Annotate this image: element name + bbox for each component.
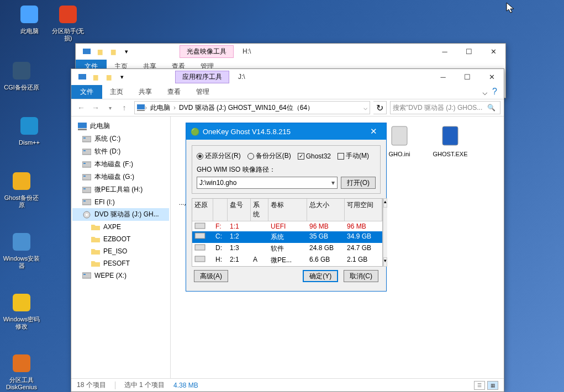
disk-icon bbox=[82, 173, 91, 182]
tree-node[interactable]: AXPE bbox=[72, 221, 169, 233]
scroll-up-button[interactable]: ▴ bbox=[383, 198, 387, 208]
dialog-titlebar[interactable]: 🟢 OneKey Ghost V14.5.8.215 ✕ bbox=[186, 123, 386, 140]
tree-node[interactable]: 软件 (D:) bbox=[72, 145, 169, 158]
help-icon[interactable]: ? bbox=[492, 87, 497, 97]
ghost32-checkbox[interactable]: ✓Ghost32 bbox=[298, 152, 331, 160]
history-dropdown[interactable]: ▾ bbox=[103, 101, 117, 114]
back-button[interactable]: ← bbox=[75, 101, 88, 114]
title-path: H:\ bbox=[243, 47, 251, 55]
svg-rect-28 bbox=[82, 273, 91, 278]
open-button[interactable]: 打开(O) bbox=[341, 177, 376, 189]
folder2-icon[interactable]: ▆ bbox=[103, 71, 114, 82]
advanced-button[interactable]: 高级(A) bbox=[194, 270, 228, 282]
column-header[interactable]: 盘号 bbox=[228, 199, 251, 221]
titlebar[interactable]: ▆ ▆ ▾ 应用程序工具 J:\ ─ ☐ ✕ bbox=[71, 69, 504, 84]
maximize-button[interactable]: ☐ bbox=[455, 69, 479, 84]
backup-radio[interactable]: 备份分区(B) bbox=[247, 151, 291, 161]
context-tab[interactable]: 应用程序工具 bbox=[175, 71, 229, 83]
column-header[interactable]: 系统 bbox=[251, 199, 268, 221]
table-row[interactable]: C:1:2系统35 GB34.9 GB bbox=[192, 231, 382, 243]
up-button[interactable]: ↑ bbox=[118, 101, 131, 114]
icons-view-button[interactable]: ▦ bbox=[487, 381, 498, 390]
file-tab[interactable]: 文件 bbox=[71, 85, 102, 99]
svg-rect-5 bbox=[13, 233, 30, 251]
tab-manage[interactable]: 管理 bbox=[188, 85, 217, 99]
tree-node[interactable]: DVD 驱动器 (J:) GH... bbox=[72, 208, 169, 221]
column-header[interactable]: 卷标 bbox=[268, 199, 307, 221]
file-item[interactable]: GHOST.EXE bbox=[430, 122, 470, 165]
details-view-button[interactable]: ☰ bbox=[474, 381, 485, 390]
tab-view[interactable]: 查看 bbox=[160, 85, 188, 99]
close-button[interactable]: ✕ bbox=[479, 69, 504, 84]
tree-node[interactable]: 本地磁盘 (G:) bbox=[72, 171, 169, 183]
desktop-icon-Windows安装器[interactable]: Windows安装器 bbox=[2, 231, 41, 269]
tree-root[interactable]: 此电脑 bbox=[72, 120, 169, 133]
tree-node[interactable]: PE_ISO bbox=[72, 245, 169, 257]
folder-icon[interactable]: ▆ bbox=[90, 71, 101, 82]
minimize-button[interactable]: ─ bbox=[433, 44, 457, 59]
desktop-icon-Dism++[interactable]: Dism++ bbox=[10, 115, 49, 146]
table-scrollbar[interactable]: ▴ ▾ bbox=[383, 198, 387, 267]
table-row[interactable]: F:1:1UEFI96 MB96 MB bbox=[192, 221, 382, 231]
onekey-ghost-dialog[interactable]: 🟢 OneKey Ghost V14.5.8.215 ✕ 还原分区(R) 备份分… bbox=[186, 123, 387, 292]
search-icon[interactable]: 🔍 bbox=[487, 104, 496, 112]
disc-icon bbox=[57, 3, 79, 25]
desktop-icon-CGI备份还原[interactable]: CGI备份还原 bbox=[2, 60, 41, 91]
column-header[interactable]: 可用空间 bbox=[345, 199, 382, 221]
context-tab[interactable]: 光盘映像工具 bbox=[180, 45, 234, 58]
tree-node[interactable]: EFI (I:) bbox=[72, 196, 169, 208]
tab-share[interactable]: 共享 bbox=[131, 85, 160, 99]
svg-rect-3 bbox=[20, 117, 38, 135]
svg-rect-24 bbox=[82, 199, 91, 205]
close-button[interactable]: ✕ bbox=[481, 44, 505, 59]
close-button[interactable]: ✕ bbox=[365, 126, 382, 136]
maximize-button[interactable]: ☐ bbox=[457, 44, 481, 59]
disk-icon bbox=[82, 186, 91, 194]
folder-icon[interactable]: ▆ bbox=[94, 46, 106, 57]
tree-node[interactable]: 系统 (C:) bbox=[72, 133, 169, 145]
crumb-pc[interactable]: 此电脑 bbox=[147, 103, 173, 113]
desktop-icon-Ghost备份还原[interactable]: Ghost备份还原 bbox=[2, 170, 41, 209]
dvd-icon bbox=[82, 210, 91, 219]
desktop-icon-此电脑[interactable]: 此电脑 bbox=[10, 3, 49, 35]
forward-button[interactable]: → bbox=[89, 101, 102, 114]
table-row[interactable]: H:2:1A微PE...6.6 GB2.1 GB bbox=[192, 255, 382, 266]
tree-node[interactable]: WEPE (X:) bbox=[72, 269, 169, 282]
desktop-icon-分区助手(无损)[interactable]: 分区助手(无损) bbox=[49, 3, 87, 42]
dropdown-icon[interactable]: ▾ bbox=[117, 71, 128, 82]
crumb-drive[interactable]: DVD 驱动器 (J:) GHOST_WIN10_64位（64） bbox=[176, 103, 317, 113]
address-dropdown-icon[interactable]: ⌵ bbox=[363, 104, 367, 112]
column-header[interactable]: 总大小 bbox=[307, 199, 345, 221]
dropdown-icon[interactable]: ▾ bbox=[331, 179, 335, 187]
svg-rect-34 bbox=[392, 126, 407, 145]
ribbon: 文件 主页 共享 查看 管理 ⌵? bbox=[71, 84, 504, 99]
desktop-icon-Windows密码修改[interactable]: Windows密码修改 bbox=[2, 292, 41, 330]
address-bar: ← → ▾ ↑ › 此电脑 › DVD 驱动器 (J:) GHOST_WIN10… bbox=[71, 99, 504, 116]
tree-node[interactable]: 微PE工具箱 (H:) bbox=[72, 183, 169, 196]
scroll-down-button[interactable]: ▾ bbox=[383, 257, 387, 267]
tree-node[interactable]: 本地磁盘 (F:) bbox=[72, 158, 169, 171]
dropdown-icon[interactable]: ▾ bbox=[121, 46, 132, 57]
tab-home[interactable]: 主页 bbox=[102, 85, 131, 99]
breadcrumb[interactable]: › 此电脑 › DVD 驱动器 (J:) GHOST_WIN10_64位（64）… bbox=[134, 101, 370, 114]
search-input[interactable]: 搜索"DVD 驱动器 (J:) GHOS... 🔍 bbox=[390, 101, 500, 114]
image-path-input[interactable]: J:\win10.gho ▾ bbox=[197, 177, 338, 189]
tree-node[interactable]: EZBOOT bbox=[72, 233, 169, 245]
cursor-icon bbox=[506, 2, 516, 14]
desktop-icon-分区工具DiskGenius[interactable]: 分区工具DiskGenius bbox=[2, 352, 41, 391]
refresh-button[interactable]: ↻ bbox=[373, 101, 387, 114]
minimize-button[interactable]: ─ bbox=[431, 69, 455, 84]
column-header[interactable] bbox=[213, 199, 228, 221]
partition-table[interactable]: 还原盘号系统卷标总大小可用空间 F:1:1UEFI96 MB96 MBC:1:2… bbox=[192, 198, 383, 267]
titlebar[interactable]: ▆ ▆ ▾ 光盘映像工具 H:\ ─ ☐ ✕ bbox=[76, 44, 505, 59]
manual-checkbox[interactable]: 手动(M) bbox=[338, 151, 369, 161]
restore-radio[interactable]: 还原分区(R) bbox=[197, 151, 241, 161]
nav-tree[interactable]: 此电脑系统 (C:)软件 (D:)本地磁盘 (F:)本地磁盘 (G:)微PE工具… bbox=[71, 116, 171, 378]
cancel-button[interactable]: 取消(C) bbox=[344, 270, 378, 282]
tree-node[interactable]: PESOFT bbox=[72, 257, 169, 269]
folder2-icon[interactable]: ▆ bbox=[108, 46, 119, 57]
ok-button[interactable]: 确定(Y) bbox=[303, 270, 338, 282]
expand-ribbon-icon[interactable]: ⌵ bbox=[482, 87, 488, 97]
table-row[interactable]: D:1:3软件24.8 GB24.7 GB bbox=[192, 243, 382, 255]
column-header[interactable]: 还原 bbox=[192, 199, 213, 221]
